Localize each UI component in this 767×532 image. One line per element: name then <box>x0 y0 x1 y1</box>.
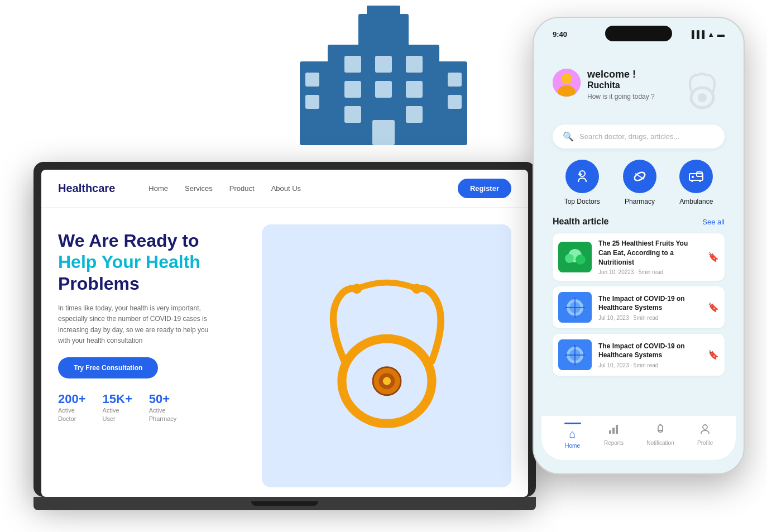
svg-point-59 <box>703 425 707 429</box>
macbook-device: Healthcare Home Services Product About U… <box>33 162 536 519</box>
phone-bottom-nav: ⌂ Home Reports <box>541 415 736 460</box>
welcome-text: welcome ! Ruchita How is it going today … <box>587 69 655 100</box>
category-pharmacy[interactable]: Pharmacy <box>623 160 656 205</box>
ambulance-icon-circle <box>679 160 713 193</box>
doctors-label: Top Doctors <box>564 198 600 205</box>
nav-home-label: Home <box>565 443 580 449</box>
phone-content: welcome ! Ruchita How is it going today … <box>541 41 736 460</box>
svg-rect-10 <box>375 81 392 98</box>
svg-rect-17 <box>448 73 462 87</box>
home-icon: ⌂ <box>569 428 576 440</box>
hero-right <box>262 224 511 487</box>
nav-notification[interactable]: Notification <box>646 423 674 449</box>
bottom-fade <box>541 393 736 415</box>
stat-users-label: ActiveUser <box>103 406 132 424</box>
svg-rect-16 <box>305 95 319 109</box>
phone-time: 9:40 <box>553 30 567 39</box>
stat-pharmacy: 50+ ActivePharmacy <box>149 392 177 424</box>
svg-rect-8 <box>406 56 423 73</box>
svg-rect-9 <box>344 81 361 98</box>
welcome-greeting: welcome ! <box>587 69 655 80</box>
hospital-icon <box>294 0 473 167</box>
bookmark-icon-1[interactable]: 🔖 <box>708 252 719 262</box>
website-logo: Healthcare <box>58 182 115 195</box>
signal-icon: ▐▐▐ <box>689 30 704 39</box>
search-icon: 🔍 <box>563 131 574 142</box>
svg-rect-11 <box>406 81 423 98</box>
search-placeholder: Search doctor, drugs, articles... <box>579 132 679 141</box>
category-ambulance[interactable]: Ambulance <box>679 160 713 205</box>
website-hero: We Are Ready to Help Your Health Problem… <box>41 208 528 497</box>
categories-section: Top Doctors Pharmacy <box>553 160 725 205</box>
svg-point-37 <box>691 180 693 182</box>
article-info-1: The 25 Healthiest Fruits You Can Eat, Ac… <box>598 239 701 275</box>
nav-link-home[interactable]: Home <box>148 184 168 193</box>
articles-header: Health article See all <box>553 217 725 227</box>
stat-users: 15K+ ActiveUser <box>103 392 132 424</box>
profile-icon <box>699 423 711 438</box>
website-nav-links: Home Services Product About Us <box>148 184 458 193</box>
category-doctors[interactable]: Top Doctors <box>564 160 600 205</box>
stat-pharmacy-label: ActivePharmacy <box>149 406 177 424</box>
svg-rect-56 <box>612 428 615 434</box>
battery-icon: ▬ <box>717 30 725 39</box>
nav-link-services[interactable]: Services <box>185 184 213 193</box>
status-icons: ▐▐▐ ▲ ▬ <box>689 30 725 39</box>
register-button[interactable]: Register <box>458 179 511 198</box>
svg-rect-13 <box>406 106 423 123</box>
phone-frame: 9:40 ▐▐▐ ▲ ▬ <box>533 17 745 475</box>
article-info-2: The Impact of COVID-19 on Healthcare Sys… <box>598 294 701 322</box>
nav-profile[interactable]: Profile <box>697 423 713 449</box>
bookmark-icon-2[interactable]: 🔖 <box>708 302 719 313</box>
nav-link-product[interactable]: Product <box>229 184 255 193</box>
macbook-frame: Healthcare Home Services Product About U… <box>33 162 536 497</box>
wifi-icon: ▲ <box>707 30 715 39</box>
macbook-notch <box>251 501 318 506</box>
article-info-3: The Impact of COVID-19 on Healthcare Sys… <box>598 342 701 369</box>
hero-stats: 200+ ActiveDoctor 15K+ ActiveUser 50+ Ac… <box>58 392 262 424</box>
welcome-name: Ruchita <box>587 80 655 90</box>
nav-reports[interactable]: Reports <box>604 423 624 449</box>
header-decoration <box>680 69 725 113</box>
svg-point-26 <box>561 73 572 84</box>
doctors-icon-circle <box>565 160 599 193</box>
phone-device: 9:40 ▐▐▐ ▲ ▬ <box>533 17 745 475</box>
articles-title: Health article <box>553 217 608 227</box>
nav-link-about[interactable]: About Us <box>271 184 301 193</box>
svg-line-34 <box>635 174 644 179</box>
svg-point-44 <box>576 255 586 265</box>
article-item-3[interactable]: The Impact of COVID-19 on Healthcare Sys… <box>553 334 725 376</box>
stat-doctors-label: ActiveDoctor <box>58 406 86 424</box>
svg-point-20 <box>352 284 362 294</box>
article-item-1[interactable]: The 25 Healthiest Fruits You Can Eat, Ac… <box>553 233 725 281</box>
phone-screen: 9:40 ▐▐▐ ▲ ▬ <box>541 26 736 460</box>
svg-point-58 <box>659 424 661 426</box>
article-thumb-3 <box>558 339 592 370</box>
nav-home[interactable]: ⌂ Home <box>564 423 581 449</box>
svg-point-43 <box>565 254 574 263</box>
svg-rect-15 <box>305 73 319 87</box>
article-item-2[interactable]: The Impact of COVID-19 on Healthcare Sys… <box>553 286 725 328</box>
svg-point-21 <box>411 284 421 294</box>
svg-rect-18 <box>448 95 462 109</box>
search-bar[interactable]: 🔍 Search doctor, drugs, articles... <box>553 124 725 148</box>
see-all-link[interactable]: See all <box>702 218 725 226</box>
nav-notification-label: Notification <box>646 440 674 446</box>
hero-cta-button[interactable]: Try Free Consultation <box>58 357 158 378</box>
phone-header: welcome ! Ruchita How is it going today … <box>553 69 725 113</box>
pharmacy-label: Pharmacy <box>625 198 655 205</box>
svg-point-24 <box>383 377 391 385</box>
article-thumb-2 <box>558 292 592 323</box>
svg-rect-14 <box>372 120 395 145</box>
bookmark-icon-3[interactable]: 🔖 <box>708 349 719 360</box>
svg-rect-6 <box>344 56 361 73</box>
macbook-base <box>33 497 536 510</box>
svg-rect-7 <box>375 56 392 73</box>
hero-title-line1: We Are Ready to <box>58 230 262 251</box>
stat-users-number: 15K+ <box>103 392 132 406</box>
stat-doctors-number: 200+ <box>58 392 86 406</box>
svg-rect-55 <box>609 430 611 434</box>
stethoscope-image <box>281 261 493 451</box>
notification-icon <box>654 423 667 438</box>
macbook-screen: Healthcare Home Services Product About U… <box>41 170 528 497</box>
